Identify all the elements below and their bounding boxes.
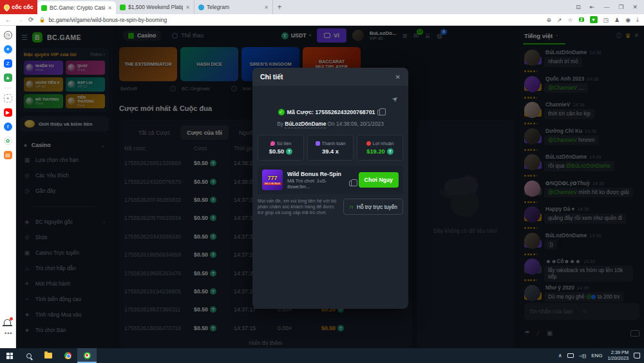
- history-icon[interactable]: ◷: [4, 31, 12, 39]
- url-text[interactable]: bc.game/vi/game/wild-bonus-re-spin-by-bo…: [48, 17, 167, 23]
- tab-title: BC.Game: Crypto Casino Gan: [50, 5, 105, 11]
- network-icon[interactable]: [567, 353, 574, 358]
- game-name: Wild Bonus Re-Spin: [287, 171, 354, 178]
- back-button[interactable]: ←: [5, 16, 12, 23]
- more-options-icon[interactable]: •••: [5, 330, 12, 337]
- stat-value: 39.4 x: [322, 148, 339, 155]
- youtube-icon[interactable]: ▶: [4, 108, 12, 117]
- minimize-button[interactable]: —: [603, 4, 609, 10]
- tab-title: Telegram: [207, 4, 261, 10]
- coccoc-icon: [84, 352, 91, 359]
- browser-menu-icon[interactable]: ◉: [625, 17, 630, 23]
- shopping-icon[interactable]: ▤: [4, 151, 12, 159]
- plant-icon[interactable]: ✿: [4, 137, 12, 145]
- facebook-icon[interactable]: f: [4, 123, 12, 131]
- tab-favicon: [120, 5, 126, 10]
- support-button-label: Hỗ trợ trực tuyến: [357, 204, 397, 210]
- maximize-button[interactable]: ❐: [618, 4, 623, 10]
- notification-dot: [10, 317, 13, 320]
- chrome-button[interactable]: [58, 348, 77, 363]
- search-icon: [26, 353, 32, 358]
- start-button[interactable]: [0, 348, 19, 363]
- play-now-button[interactable]: Chơi Ngay: [359, 172, 399, 188]
- action-center-icon[interactable]: [634, 353, 640, 358]
- support-button[interactable]: ∩Hỗ trợ trực tuyến: [343, 199, 403, 215]
- tab-close-icon[interactable]: ✕: [185, 5, 190, 10]
- chrome-icon: [64, 352, 71, 359]
- save-page-icon[interactable]: ⊕: [546, 17, 551, 23]
- screen: cốc cốc BC.Game: Crypto Casino Gan ✕ $1,…: [0, 0, 644, 363]
- browser-tab[interactable]: $1,500 Weekend Platipus M... ✕: [116, 0, 194, 14]
- reload-button[interactable]: ⟳: [28, 16, 33, 23]
- zalo-icon[interactable]: Z: [4, 59, 12, 68]
- coccoc-sidebar: ◷ ✦ Z ▲ + ▶ f ✿ ▤ •••: [0, 26, 16, 348]
- stat-icon: [270, 141, 275, 146]
- usdt-coin-icon: T: [387, 148, 393, 155]
- bet-id-text: Mã Cược: 1755526243200768701: [287, 109, 375, 115]
- adblock-extension-icon[interactable]: 2: [579, 17, 584, 22]
- file-explorer-button[interactable]: [39, 348, 58, 363]
- volume-icon[interactable]: ◅)): [579, 353, 586, 358]
- profile-icon[interactable]: ♟: [614, 17, 620, 23]
- forward-button[interactable]: →: [17, 16, 23, 23]
- copy-icon[interactable]: [349, 181, 354, 186]
- stat-icon: [366, 141, 371, 146]
- sidebar-divider: [4, 88, 12, 88]
- reader-mode-icon[interactable]: ⊡: [576, 4, 581, 10]
- lock-icon: 🔒: [39, 17, 45, 23]
- modal-header: Chi tiết ✕: [252, 68, 408, 86]
- tab-close-icon[interactable]: ✕: [264, 5, 269, 10]
- headset-icon: ∩: [349, 204, 354, 210]
- modal-close-icon[interactable]: ✕: [395, 74, 401, 81]
- coccoc-brand-label: cốc cốc: [12, 4, 33, 10]
- browser-tabstrip: cốc cốc BC.Game: Crypto Casino Gan ✕ $1,…: [0, 0, 644, 14]
- browser-tab[interactable]: Telegram ✕: [194, 0, 273, 14]
- url-box[interactable]: 🔒 bc.game/vi/game/wild-bonus-re-spin-by-…: [39, 17, 541, 23]
- share-page-icon[interactable]: ↗: [557, 17, 562, 23]
- modal-title: Chi tiết: [260, 73, 283, 81]
- close-button[interactable]: ✕: [632, 4, 638, 10]
- bookmark-star-icon[interactable]: ☆: [568, 17, 573, 23]
- bet-detail-modal: Chi tiết ✕ ➤ ✓ Mã Cược: 1755526243200768…: [252, 68, 408, 309]
- stat-value: $19.20: [366, 148, 384, 155]
- system-tray: ∧ ◅)) ENG 2:39 PM1/20/2023: [558, 350, 644, 361]
- windows-taskbar: ∧ ◅)) ENG 2:39 PM1/20/2023: [0, 348, 644, 363]
- new-tab-button[interactable]: +: [273, 0, 286, 14]
- browser-addressbar: ← → ⟳ 🔒 bc.game/vi/game/wild-bonus-re-sp…: [0, 14, 644, 26]
- copy-icon[interactable]: [377, 110, 383, 115]
- game-thumbnail[interactable]: 777WILD BONUS: [262, 170, 283, 190]
- window-controls: ⊡ ⇤ — ❐ ✕: [569, 0, 644, 14]
- taskbar-clock[interactable]: 2:39 PM1/20/2023: [608, 350, 629, 361]
- stat-icon: [316, 141, 320, 146]
- tab-favicon: [198, 5, 204, 10]
- bet-stats: Số tiền $0.50T Thanh toán 39.4 xT Lợi nh…: [258, 135, 403, 161]
- keyboard-language[interactable]: ENG: [591, 353, 602, 358]
- downloads-icon[interactable]: ⤓: [636, 16, 639, 23]
- support-row: Mọi vấn đề, xin vui lòng liên hệ với bộ …: [258, 198, 403, 215]
- add-shortcut-icon[interactable]: +: [4, 94, 12, 103]
- notifications-bell-icon[interactable]: [4, 319, 11, 325]
- taskbar-search-button[interactable]: [19, 348, 39, 363]
- bet-user-link[interactable]: BúLozDönDame: [285, 121, 326, 128]
- verified-check-icon: ✓: [278, 109, 285, 115]
- download-extension-icon[interactable]: ▼: [590, 16, 598, 23]
- bet-id-row: ✓ Mã Cược: 1755526243200768701: [252, 109, 408, 115]
- coccoc-taskbar-button[interactable]: [77, 348, 97, 363]
- windows-logo-icon: [6, 353, 13, 359]
- pin-window-icon[interactable]: ⇤: [590, 4, 595, 10]
- tab-favicon: [41, 5, 47, 11]
- bet-by-row: By BúLozDönDame On 14:38:09, 20/1/2023: [252, 121, 408, 127]
- games-icon[interactable]: ▲: [4, 74, 12, 82]
- game-id: Mã Trò chơi: 1u5-8swe3m...: [287, 178, 346, 190]
- stat-card: Lợi nhuận $19.20T: [357, 135, 403, 161]
- stat-label: Lợi nhuận: [373, 141, 394, 146]
- usdt-coin-icon: T: [286, 148, 292, 155]
- messenger-icon[interactable]: ✦: [4, 45, 12, 54]
- coccoc-brand[interactable]: cốc cốc: [0, 0, 37, 14]
- browser-tab[interactable]: BC.Game: Crypto Casino Gan ✕: [37, 1, 116, 14]
- folder-icon: [44, 353, 52, 358]
- share-icon[interactable]: ➤: [390, 94, 400, 104]
- tray-chevron-icon[interactable]: ∧: [558, 353, 562, 358]
- extensions-puzzle-icon[interactable]: ◳: [603, 17, 609, 23]
- tab-close-icon[interactable]: ✕: [108, 5, 112, 11]
